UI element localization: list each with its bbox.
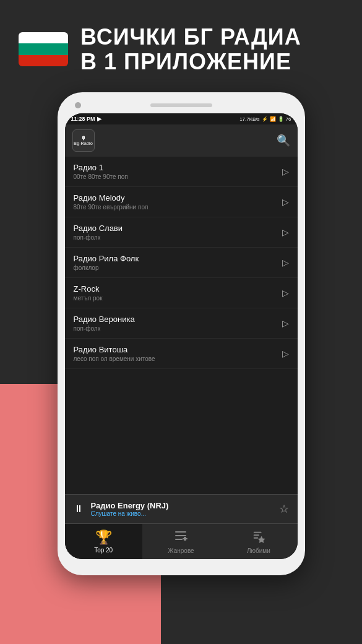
nav-label-favorites: Любими (247, 547, 270, 554)
app-toolbar: 🎙 Bg-Radio 🔍 (65, 124, 298, 157)
station-info: Z-Rock метъл рок (74, 284, 277, 302)
play-button[interactable]: ▷ (282, 227, 289, 237)
trophy-icon: 🏆 (95, 529, 112, 546)
play-button[interactable]: ▷ (282, 167, 289, 176)
nav-item-genres[interactable]: Жанрове (142, 524, 220, 559)
status-bar: 11:28 PM ▶ 17.7KB/s ⚡ 📶 🔋 76 (65, 113, 298, 124)
station-name: Радио Витоша (74, 345, 277, 354)
station-name: Радио Слави (74, 224, 277, 233)
app-header-section: ВСИЧКИ БГ РАДИА В 1 ПРИЛОЖЕНИЕ (0, 0, 362, 86)
radio-station-list: Радио 1 00те 80те 90те поп ▷ Радио Melod… (65, 157, 298, 494)
svg-rect-7 (254, 537, 258, 539)
station-tags: поп-фолк (74, 234, 277, 241)
now-playing-station: Радио Energy (NRJ) (91, 501, 279, 510)
station-tags: поп-фолк (74, 325, 277, 332)
station-tags: фолклор (74, 264, 277, 271)
search-icon[interactable]: 🔍 (277, 134, 290, 147)
status-right: 17.7KB/s ⚡ 📶 🔋 76 (239, 116, 291, 122)
list-item[interactable]: Радио 1 00те 80те 90те поп ▷ (65, 157, 298, 187)
station-info: Радио Вероника поп-фолк (74, 315, 277, 332)
nav-item-top20[interactable]: 🏆 Top 20 (65, 524, 142, 559)
station-name: Z-Rock (74, 284, 277, 294)
app-tagline: ВСИЧКИ БГ РАДИА В 1 ПРИЛОЖЕНИЕ (80, 25, 301, 74)
phone-mockup: 11:28 PM ▶ 17.7KB/s ⚡ 📶 🔋 76 🎙 Bg-Radio (0, 92, 362, 575)
play-button[interactable]: ▷ (282, 288, 289, 298)
station-tags: лесо поп ол времени хитове (74, 355, 277, 362)
phone-speaker (150, 103, 212, 107)
list-icon (174, 529, 187, 546)
list-item[interactable]: Z-Rock метъл рок ▷ (65, 278, 298, 308)
status-battery-num: 76 (286, 116, 291, 122)
status-play: ▶ (97, 116, 101, 122)
flag-white-stripe (19, 32, 68, 43)
favorite-button[interactable]: ☆ (279, 502, 289, 516)
app-logo: 🎙 Bg-Radio (72, 129, 95, 152)
station-name: Радио Melody (74, 193, 277, 202)
station-info: Радио 1 00те 80те 90те поп (74, 163, 277, 180)
list-item[interactable]: Радио Рила Фолк фолклор ▷ (65, 248, 298, 278)
status-battery: 🔋 (278, 116, 284, 122)
station-name: Радио Вероника (74, 315, 277, 324)
station-name: Радио Рила Фолк (74, 254, 277, 263)
status-bt: ⚡ (262, 116, 268, 122)
flag-red-stripe (19, 55, 68, 66)
nav-item-favorites[interactable]: Любими (220, 524, 297, 559)
list-item[interactable]: Радио Слави поп-фолк ▷ (65, 217, 298, 248)
station-info: Радио Melody 80те 90те евъргрийни поп (74, 193, 277, 211)
favorites-icon (252, 529, 265, 546)
list-item[interactable]: Радио Melody 80те 90те евъргрийни поп ▷ (65, 187, 298, 217)
phone-camera (75, 102, 81, 108)
play-button[interactable]: ▷ (282, 318, 289, 328)
nav-label-genres: Жанрове (168, 547, 194, 554)
status-speed: 17.7KB/s (239, 116, 259, 122)
list-item[interactable]: Радио Вероника поп-фолк ▷ (65, 308, 298, 339)
status-time: 11:28 PM (71, 116, 95, 122)
station-tags: метъл рок (74, 295, 277, 302)
bottom-navigation: 🏆 Top 20 Жанрове (65, 523, 298, 559)
play-button[interactable]: ▷ (282, 197, 289, 207)
status-wifi: 📶 (270, 116, 276, 122)
svg-rect-0 (175, 531, 186, 533)
station-tags: 80те 90те евъргрийни поп (74, 204, 277, 211)
play-button[interactable]: ▷ (282, 258, 289, 268)
status-left: 11:28 PM ▶ (71, 116, 101, 122)
now-playing-subtitle: Слушате на живо... (91, 510, 279, 517)
pause-button[interactable]: ⏸ (74, 503, 84, 515)
bulgarian-flag (19, 32, 68, 66)
now-playing-bar: ⏸ Радио Energy (NRJ) Слушате на живо... … (65, 494, 298, 523)
now-playing-info: Радио Energy (NRJ) Слушате на живо... (91, 501, 279, 517)
station-info: Радио Витоша лесо поп ол времени хитове (74, 345, 277, 362)
svg-rect-1 (175, 535, 186, 536)
play-button[interactable]: ▷ (282, 349, 289, 359)
station-info: Радио Рила Фолк фолклор (74, 254, 277, 271)
station-info: Радио Слави поп-фолк (74, 224, 277, 241)
svg-rect-6 (254, 534, 259, 536)
phone-notch (65, 100, 298, 113)
phone-screen: 11:28 PM ▶ 17.7KB/s ⚡ 📶 🔋 76 🎙 Bg-Radio (65, 113, 298, 559)
station-name: Радио 1 (74, 163, 277, 172)
nav-label-top20: Top 20 (94, 547, 113, 554)
phone-body: 11:28 PM ▶ 17.7KB/s ⚡ 📶 🔋 76 🎙 Bg-Radio (58, 92, 305, 575)
flag-green-stripe (19, 43, 68, 54)
logo-icon: 🎙 Bg-Radio (72, 129, 95, 152)
svg-rect-2 (175, 539, 183, 540)
station-tags: 00те 80те 90те поп (74, 173, 277, 180)
svg-rect-5 (254, 531, 262, 533)
list-item[interactable]: Радио Витоша лесо поп ол времени хитове … (65, 339, 298, 369)
svg-rect-4 (183, 538, 187, 539)
